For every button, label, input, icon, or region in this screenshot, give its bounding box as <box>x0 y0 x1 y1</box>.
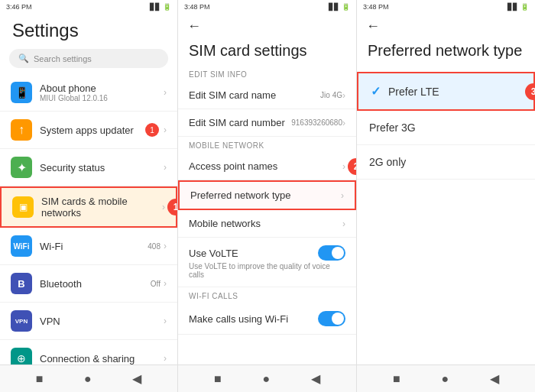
back-btn-2[interactable]: ◀ <box>311 371 320 386</box>
preferred-network-item[interactable]: Preferred network type › <box>178 180 356 210</box>
square-btn-1[interactable]: ■ <box>36 372 44 386</box>
connection-label: Connection & sharing <box>40 353 164 364</box>
2g-only-option[interactable]: 2G only <box>357 145 535 180</box>
circle-btn-2[interactable]: ● <box>262 372 270 386</box>
step-2-badge: 2 <box>348 158 356 175</box>
preferred-network-label: Preferred network type <box>190 190 341 201</box>
sim-number-value: 916393260680 <box>291 118 342 127</box>
icons-1: ▊▊ 🔋 <box>150 3 171 11</box>
preferred-network-panel: 3:48 PM ▊▊ 🔋 ← Preferred network type ✓ … <box>357 0 535 392</box>
prefer-lte-label: Prefer LTE <box>388 86 439 98</box>
settings-title: Settings <box>0 14 177 46</box>
sim-label: SIM cards & mobile networks <box>41 196 162 219</box>
settings-list: 📱 About phone MIUI Global 12.0.16 › ↑ Sy… <box>0 74 177 364</box>
back-arrow-2[interactable]: ← <box>187 18 201 34</box>
mobile-networks-item[interactable]: Mobile networks › <box>178 210 356 238</box>
icons-2: ▊▊ 🔋 <box>329 3 350 11</box>
about-sublabel: MIUI Global 12.0.16 <box>40 94 164 102</box>
2g-only-label: 2G only <box>369 156 406 168</box>
status-bar-2: 3:48 PM ▊▊ 🔋 <box>178 0 356 14</box>
step-1-badge: 1 <box>167 199 177 215</box>
back-btn-3[interactable]: ◀ <box>490 371 499 386</box>
icons-3: ▊▊ 🔋 <box>507 3 529 11</box>
edit-sim-number-item[interactable]: Edit SIM card number 916393260680 › <box>178 109 356 137</box>
prefer-lte-option[interactable]: ✓ Prefer LTE 3 <box>357 72 535 111</box>
security-icon: ✦ <box>11 157 32 178</box>
bottom-nav-3: ■ ● ◀ <box>357 364 535 392</box>
section-edit-sim: EDIT SIM INFO <box>178 66 356 82</box>
prefer-3g-option[interactable]: Prefer 3G <box>357 111 535 145</box>
edit-name-arrow: › <box>342 90 345 101</box>
connection-icon: ⊕ <box>11 348 32 364</box>
bottom-nav-1: ■ ● ◀ <box>0 364 177 392</box>
back-arrow-3[interactable]: ← <box>366 18 380 34</box>
connection-arrow: › <box>164 353 167 364</box>
search-label: Search settings <box>34 54 92 63</box>
check-icon: ✓ <box>371 84 381 99</box>
sidebar-item-vpn[interactable]: VPN VPN › <box>0 303 177 340</box>
step-3-badge: 3 <box>525 83 535 100</box>
bluetooth-icon: B <box>11 273 32 294</box>
vpn-icon: VPN <box>11 310 32 332</box>
back-btn-1[interactable]: ◀ <box>132 371 141 386</box>
vpn-label: VPN <box>40 316 164 327</box>
sim-icon: ▣ <box>12 196 34 218</box>
system-arrow: › <box>164 125 167 135</box>
about-arrow: › <box>164 87 167 98</box>
time-2: 3:48 PM <box>184 3 210 11</box>
sim-title: SIM card settings <box>178 39 356 66</box>
sidebar-item-connection-sharing[interactable]: ⊕ Connection & sharing › <box>0 340 177 364</box>
time-1: 3:46 PM <box>6 3 32 11</box>
wifi-icon: WiFi <box>11 235 32 257</box>
square-btn-2[interactable]: ■ <box>214 372 222 386</box>
wifi-calls-item[interactable]: Make calls using Wi-Fi <box>178 303 356 335</box>
square-btn-3[interactable]: ■ <box>393 372 400 386</box>
mobile-networks-label: Mobile networks <box>189 218 342 229</box>
bluetooth-arrow: › <box>164 278 167 289</box>
search-icon: 🔍 <box>18 53 29 63</box>
use-volte-item: Use VoLTE Use VoLTE to improve the quali… <box>178 238 356 287</box>
edit-number-label: Edit SIM card number <box>189 117 291 128</box>
sidebar-item-bluetooth[interactable]: B Bluetooth Off › <box>0 265 177 303</box>
volte-desc: Use VoLTE to improve the quality of voic… <box>189 262 345 279</box>
sim-arrow: › <box>162 202 165 212</box>
system-label: System apps updater <box>40 125 145 136</box>
sidebar-item-security[interactable]: ✦ Security status › <box>0 149 177 186</box>
sidebar-item-system-apps[interactable]: ↑ System apps updater 1 › <box>0 112 177 149</box>
security-label: Security status <box>40 162 164 173</box>
about-icon: 📱 <box>11 82 32 103</box>
section-wifi-calls: WI-FI CALLS <box>178 287 356 303</box>
system-icon: ↑ <box>11 119 32 141</box>
wifi-calls-label: Make calls using Wi-Fi <box>189 313 318 325</box>
circle-btn-1[interactable]: ● <box>84 372 92 386</box>
bluetooth-value: Off <box>151 280 160 288</box>
volte-toggle[interactable] <box>318 245 345 261</box>
edit-sim-name-item[interactable]: Edit SIM card name Jio 4G › <box>178 82 356 109</box>
circle-btn-3[interactable]: ● <box>441 372 449 386</box>
security-arrow: › <box>164 162 167 173</box>
sidebar-item-wifi[interactable]: WiFi Wi-Fi 408 › <box>0 228 177 265</box>
access-point-arrow: › <box>342 161 345 172</box>
preferred-network-title: Preferred network type <box>357 39 535 72</box>
vpn-arrow: › <box>164 316 167 326</box>
nav-bar-3: ← <box>357 14 535 39</box>
status-bar-1: 3:46 PM ▊▊ 🔋 <box>0 0 177 14</box>
bluetooth-label: Bluetooth <box>40 278 151 290</box>
wifi-value: 408 <box>148 242 160 251</box>
settings-panel: 3:46 PM ▊▊ 🔋 Settings 🔍 Search settings … <box>0 0 178 392</box>
nav-bar-2: ← <box>178 14 356 39</box>
access-point-label: Access point names <box>189 160 342 172</box>
search-bar[interactable]: 🔍 Search settings <box>9 49 168 68</box>
access-point-item[interactable]: Access point names › 2 <box>178 153 356 180</box>
sim-settings-panel: 3:48 PM ▊▊ 🔋 ← SIM card settings EDIT SI… <box>178 0 357 392</box>
status-bar-3: 3:48 PM ▊▊ 🔋 <box>357 0 535 14</box>
wifi-arrow: › <box>164 241 167 251</box>
about-label: About phone <box>40 83 164 94</box>
sidebar-item-about-phone[interactable]: 📱 About phone MIUI Global 12.0.16 › <box>0 74 177 112</box>
time-3: 3:48 PM <box>363 3 389 11</box>
edit-number-arrow: › <box>342 118 345 128</box>
mobile-networks-arrow: › <box>342 219 345 229</box>
sidebar-item-sim-cards[interactable]: ▣ SIM cards & mobile networks › 1 <box>0 186 177 228</box>
sim-name-value: Jio 4G <box>320 91 342 99</box>
wifi-label: Wi-Fi <box>40 241 148 252</box>
